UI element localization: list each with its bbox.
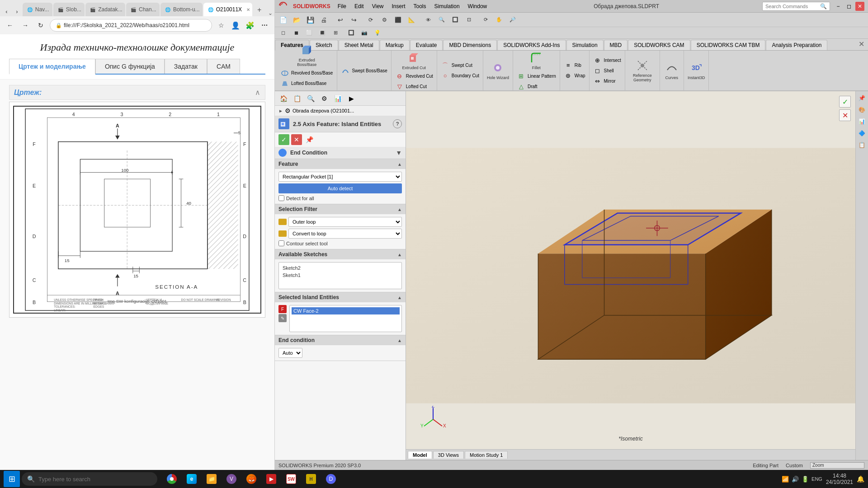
tray-network-icon[interactable]: 📶 bbox=[782, 476, 789, 483]
sw-menu-view[interactable]: View bbox=[368, 2, 387, 10]
sw-menu-insert[interactable]: Insert bbox=[388, 2, 409, 10]
pm-sketch1-item[interactable]: Sketch1 bbox=[281, 272, 400, 279]
sw-lofted-cut[interactable]: ▽ Lofted Cut bbox=[393, 81, 435, 91]
sw-panel-home[interactable]: 🏠 bbox=[278, 93, 289, 104]
sw-linear-pattern[interactable]: ⊞ Linear Pattern bbox=[515, 71, 558, 81]
sw-tool-lights[interactable]: 💡 bbox=[371, 27, 384, 39]
browser-tab-nav[interactable]: 🌐 Nav... bbox=[23, 3, 52, 16]
sw-menu-simulation[interactable]: Simulation bbox=[431, 2, 463, 10]
pm-feature-section-header[interactable]: Feature ▲ bbox=[275, 159, 406, 169]
sw-tab-cam[interactable]: SOLIDWORKS CAM bbox=[628, 40, 690, 50]
taskbar-app-explorer[interactable]: 📁 bbox=[203, 471, 221, 487]
pm-auto-detect-btn[interactable]: Auto detect bbox=[278, 183, 402, 193]
sw-tool-rotate[interactable]: ⟳ bbox=[479, 14, 492, 26]
web-tab-crtez[interactable]: Цртеж и моделирање bbox=[9, 59, 95, 75]
sw-tool-options[interactable]: ⚙ bbox=[378, 14, 391, 26]
sw-swept-boss-base[interactable]: Swept Boss/Base bbox=[339, 66, 389, 75]
sw-boundary-cut[interactable]: ○ Boundary Cut bbox=[439, 71, 481, 81]
sw-right-panel-btn2[interactable]: 🎨 bbox=[857, 105, 867, 115]
address-bar[interactable]: 🔒 file:///F:/Skolska_2021_2022/Web/haas/… bbox=[50, 19, 212, 32]
reload-button[interactable]: ↻ bbox=[34, 19, 47, 32]
sw-menu-window[interactable]: Window bbox=[464, 2, 491, 10]
sw-right-panel-btn1[interactable]: 📌 bbox=[857, 93, 867, 103]
browser-tab-bottom[interactable]: 🌐 Bottom-u... bbox=[160, 3, 203, 16]
browser-tab-chan[interactable]: 🎬 Chan... bbox=[126, 3, 160, 16]
sw-tool-camera[interactable]: 📷 bbox=[358, 27, 371, 39]
taskbar-search-bar[interactable]: 🔍 bbox=[22, 472, 157, 486]
sw-menu-file[interactable]: File bbox=[334, 2, 350, 10]
sw-lofted-boss-base[interactable]: Lofted Boss/Base bbox=[278, 79, 335, 89]
taskbar-app-media[interactable]: ▶ bbox=[262, 471, 280, 487]
sw-right-panel-btn5[interactable]: 📋 bbox=[857, 140, 867, 150]
sw-tool-rebuild[interactable]: ⟳ bbox=[364, 14, 377, 26]
sw-revolved-cut[interactable]: ⊖ Revolved Cut bbox=[393, 71, 435, 81]
taskbar-app-viber[interactable]: V bbox=[222, 471, 241, 487]
sw-panel-history[interactable]: 📋 bbox=[291, 93, 303, 104]
sw-reference-geometry[interactable]: Reference Geometry bbox=[627, 57, 658, 84]
sw-tool-display5[interactable]: ⊞ bbox=[329, 27, 342, 39]
web-tab-cam[interactable]: CAM bbox=[207, 59, 240, 74]
pm-cw-face-2-item[interactable]: CW Face-2 bbox=[292, 307, 400, 314]
sw-confirm-cancel[interactable]: ✕ bbox=[839, 109, 851, 121]
sw-tool-measure[interactable]: 📐 bbox=[405, 14, 418, 26]
sw-tool-new[interactable]: 📄 bbox=[277, 14, 289, 26]
sw-tab-addins[interactable]: SOLIDWORKS Add-Ins bbox=[497, 40, 566, 50]
browser-tab-zadatak[interactable]: 🎬 Zadatak... bbox=[85, 3, 125, 16]
sw-tool-redo[interactable]: ↪ bbox=[348, 14, 360, 26]
sw-model-tab[interactable]: Model bbox=[408, 451, 432, 459]
sw-extruded-cut[interactable]: Extruded Cut bbox=[401, 50, 428, 71]
pm-feature-dropdown[interactable]: Rectangular Pocket [1] bbox=[278, 172, 402, 182]
sw-panel-motion[interactable]: ▶ bbox=[345, 93, 357, 104]
sw-tool-display4[interactable]: 🔳 bbox=[316, 27, 329, 39]
sw-3dviews-tab[interactable]: 3D Views bbox=[433, 451, 464, 459]
tray-volume-icon[interactable]: 🔊 bbox=[792, 476, 799, 483]
sw-panel-display[interactable]: 📊 bbox=[332, 93, 344, 104]
sw-wrap[interactable]: ⊛ Wrap bbox=[562, 71, 587, 81]
pm-sketch2-item[interactable]: Sketch2 bbox=[281, 264, 400, 272]
sw-restore-btn[interactable]: ◻ bbox=[844, 2, 854, 11]
sw-tool-section-view[interactable]: 🔲 bbox=[345, 27, 358, 39]
sw-curves[interactable]: Curves bbox=[662, 60, 682, 81]
taskbar-app-chrome[interactable] bbox=[163, 471, 181, 487]
web-tab-zadatak[interactable]: Задатак bbox=[165, 59, 207, 74]
pm-convert-loop-select[interactable]: Convert to loop bbox=[288, 229, 402, 239]
sw-tool-undo[interactable]: ↩ bbox=[334, 14, 347, 26]
sw-intersect[interactable]: ⊕ Intersect bbox=[591, 55, 623, 65]
pm-end-condition2-select[interactable]: Auto bbox=[278, 348, 302, 358]
pm-outer-loop-select[interactable]: Outer loop bbox=[288, 217, 402, 227]
extensions-button[interactable]: 🧩 bbox=[244, 19, 256, 32]
taskbar-clock[interactable]: 14:48 24/10/2021 bbox=[826, 473, 853, 485]
sw-motion-study-tab[interactable]: Motion Study 1 bbox=[465, 451, 508, 459]
sw-confirm-ok[interactable]: ✓ bbox=[839, 96, 851, 108]
sw-tool-save[interactable]: 💾 bbox=[304, 14, 316, 26]
sw-shell[interactable]: ◻ Shell bbox=[591, 66, 623, 75]
sw-swept-cut[interactable]: ⌒ Swept Cut bbox=[439, 61, 481, 70]
sw-search-bar[interactable]: Search Commands 🔍 bbox=[762, 2, 830, 11]
pm-pin-button[interactable]: 📌 bbox=[304, 134, 315, 145]
sw-menu-edit[interactable]: Edit bbox=[351, 2, 368, 10]
taskbar-search-input[interactable] bbox=[38, 476, 152, 483]
sw-tool-print[interactable]: 🖨 bbox=[317, 14, 330, 26]
tab-overflow-btn[interactable]: ⌄ bbox=[268, 10, 273, 16]
sw-close-ribbon-tab[interactable]: ✕ bbox=[855, 38, 868, 50]
back-button[interactable]: ← bbox=[4, 19, 16, 32]
sw-tool-display3[interactable]: ⬜ bbox=[303, 27, 316, 39]
sw-hole-wizard[interactable]: Hole Wizard bbox=[485, 60, 511, 81]
pm-detect-for-all-checkbox[interactable] bbox=[278, 195, 284, 201]
sw-close-btn[interactable]: ✕ bbox=[855, 2, 864, 11]
sw-tool-zoom[interactable]: 🔎 bbox=[506, 14, 519, 26]
bookmark-button[interactable]: ☆ bbox=[215, 19, 227, 32]
tab-close-o21001[interactable]: ✕ bbox=[246, 7, 250, 12]
sw-tab-mbd[interactable]: MBD bbox=[604, 40, 628, 50]
sw-tab-evaluate[interactable]: Evaluate bbox=[410, 40, 443, 50]
notification-btn[interactable]: 🔔 bbox=[857, 475, 864, 483]
tray-battery-icon[interactable]: 🔋 bbox=[802, 476, 809, 483]
pm-cancel-button[interactable]: ✕ bbox=[291, 134, 302, 145]
sw-tool-view2[interactable]: 🔍 bbox=[435, 14, 448, 26]
drawing-section-header[interactable]: Цртеж: ∧ bbox=[9, 85, 265, 100]
sw-tool-view1[interactable]: 👁 bbox=[422, 14, 434, 26]
sw-right-panel-btn3[interactable]: 📊 bbox=[857, 117, 867, 127]
sw-tab-analysis[interactable]: Analysis Preparation bbox=[766, 40, 827, 50]
pm-end-cond-expand[interactable]: ▼ bbox=[396, 149, 402, 156]
profile-button[interactable]: 👤 bbox=[229, 19, 242, 32]
